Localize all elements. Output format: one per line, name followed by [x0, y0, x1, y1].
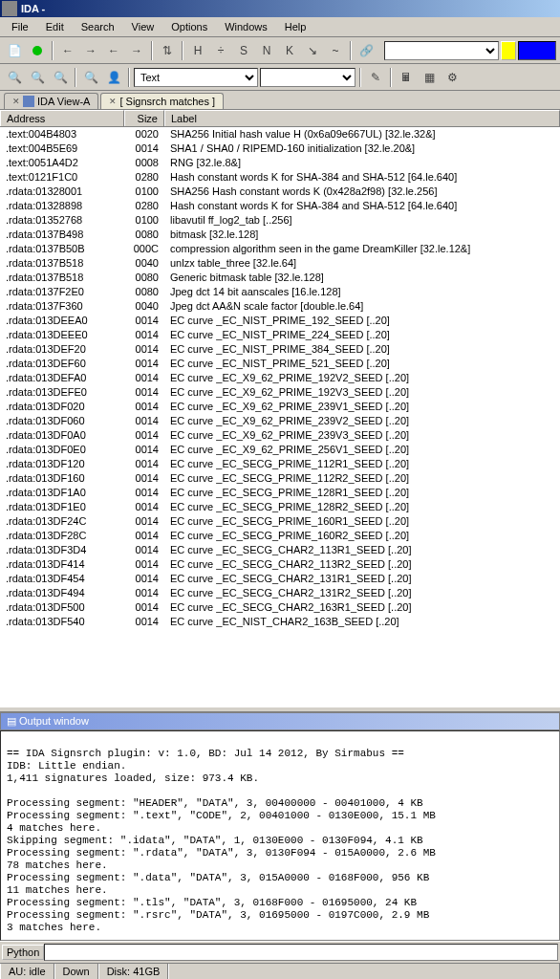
nav-fwd-button[interactable]: → [80, 40, 101, 61]
cell-size: 0100 [124, 213, 164, 228]
k-button[interactable]: K [279, 40, 300, 61]
table-row[interactable]: .rdata:0137B4980080bitmask [32.le.128] [0, 228, 560, 242]
table-row[interactable]: .rdata:013DF1200014EC curve _EC_SECG_PRI… [0, 457, 560, 471]
table-row[interactable]: .text:004B48030020SHA256 Initial hash va… [0, 127, 560, 141]
table-row[interactable]: .rdata:013DEFA00014EC curve _EC_X9_62_PR… [0, 371, 560, 385]
table-row[interactable]: .rdata:0137B5180040unlzx table_three [32… [0, 256, 560, 271]
cell-label: EC curve _EC_X9_62_PRIME_192V3_SEED [..2… [164, 385, 560, 400]
col-header-size[interactable]: Size [124, 110, 164, 126]
table-row[interactable]: .rdata:013DF0E00014EC curve _EC_X9_62_PR… [0, 443, 560, 457]
table-row[interactable]: .text:0051A4D20008RNG [32.le.8&] [0, 156, 560, 170]
tilde-button[interactable]: ~ [325, 40, 346, 61]
math-button[interactable]: ÷ [210, 40, 231, 61]
menu-edit[interactable]: Edit [38, 19, 72, 34]
status-disk: Disk: 41GB [98, 964, 169, 979]
tab-signsrch-matches[interactable]: ✕ [ Signsrch matches ] [100, 93, 224, 109]
table-row[interactable]: .rdata:0137B50B000Ccompression algorithm… [0, 242, 560, 256]
empty-combo[interactable] [260, 68, 355, 87]
table-row[interactable]: .rdata:013DF1A00014EC curve _EC_SECG_PRI… [0, 486, 560, 500]
cell-size: 0014 [124, 400, 164, 414]
table-row[interactable]: .rdata:0137F2E00080Jpeg dct 14 bit aansc… [0, 285, 560, 299]
python-label[interactable]: Python [2, 945, 44, 960]
cell-label: EC curve _EC_SECG_PRIME_128R1_SEED [..20… [164, 486, 560, 500]
table-row[interactable]: .rdata:013527680100libavutil ff_log2_tab… [0, 213, 560, 228]
close-icon[interactable]: ✕ [12, 97, 20, 106]
binoc-red-button[interactable]: 🔍 [80, 67, 101, 88]
nav-back-button[interactable]: ← [57, 40, 78, 61]
menu-help[interactable]: Help [277, 19, 314, 34]
grid-button[interactable]: ▦ [419, 67, 440, 88]
binoculars-button[interactable]: 🔍 [4, 67, 25, 88]
table-row[interactable]: .rdata:013288980280Hash constant words K… [0, 199, 560, 213]
menu-options[interactable]: Options [163, 19, 215, 34]
yellow-button[interactable] [501, 41, 516, 60]
gear-button[interactable]: ⚙ [442, 67, 463, 88]
table-row[interactable]: .rdata:013DF4940014EC curve _EC_SECG_CHA… [0, 586, 560, 600]
menu-search[interactable]: Search [74, 19, 122, 34]
nav-back2-button[interactable]: ← [103, 40, 124, 61]
table-row[interactable]: .rdata:013DF1600014EC curve _EC_SECG_PRI… [0, 471, 560, 486]
calc-button[interactable]: 🖩 [396, 67, 417, 88]
table-row[interactable]: .rdata:013DF0600014EC curve _EC_X9_62_PR… [0, 414, 560, 428]
table-row[interactable]: .rdata:013DF28C0014EC curve _EC_SECG_PRI… [0, 529, 560, 543]
text-combo[interactable]: Text [134, 68, 258, 87]
cell-label: RNG [32.le.8&] [164, 156, 560, 170]
status-down: Down [54, 964, 98, 979]
arrow-button[interactable]: ↘ [302, 40, 323, 61]
green-dot-icon [32, 46, 42, 55]
h-button[interactable]: H [187, 40, 208, 61]
toggle-button[interactable]: ⇅ [157, 40, 178, 61]
table-row[interactable]: .rdata:013DF5000014EC curve _EC_SECG_CHA… [0, 600, 560, 615]
cell-size: 0280 [124, 170, 164, 185]
table-row[interactable]: .rdata:013DEEA00014EC curve _EC_NIST_PRI… [0, 314, 560, 328]
table-row[interactable]: .rdata:013DF0A00014EC curve _EC_X9_62_PR… [0, 428, 560, 443]
table-row[interactable]: .rdata:013DF0200014EC curve _EC_X9_62_PR… [0, 400, 560, 414]
pencil-button[interactable]: ✎ [365, 67, 386, 88]
cell-address: .rdata:013DF060 [0, 414, 124, 428]
table-row[interactable]: .rdata:013DF1E00014EC curve _EC_SECG_PRI… [0, 500, 560, 514]
tab-ida-view-a[interactable]: ✕ IDA View-A [4, 93, 98, 109]
cell-label: EC curve _EC_X9_62_PRIME_239V1_SEED [..2… [164, 400, 560, 414]
table-row[interactable]: .rdata:013DF5400014EC curve _EC_NIST_CHA… [0, 615, 560, 629]
table-row[interactable]: .rdata:013DEF200014EC curve _EC_NIST_PRI… [0, 342, 560, 357]
cell-size: 0014 [124, 600, 164, 615]
menu-file[interactable]: File [4, 19, 36, 34]
table-row[interactable]: .text:0121F1C00280Hash constant words K … [0, 170, 560, 185]
run-button[interactable] [27, 40, 48, 61]
table-row[interactable]: .rdata:0137B5180080Generic bitmask table… [0, 271, 560, 285]
cell-size: 0014 [124, 529, 164, 543]
table-row[interactable]: .text:004B5E690014SHA1 / SHA0 / RIPEMD-1… [0, 141, 560, 156]
attach-button[interactable]: 🔗 [355, 40, 377, 61]
table-row[interactable]: .rdata:013DF3D40014EC curve _EC_SECG_CHA… [0, 543, 560, 557]
close-icon[interactable]: ✕ [109, 97, 117, 106]
s-button[interactable]: S [233, 40, 254, 61]
cell-size: 0020 [124, 127, 164, 141]
table-row[interactable]: .rdata:013DF24C0014EC curve _EC_SECG_PRI… [0, 514, 560, 529]
table-row[interactable]: .rdata:013DEFE00014EC curve _EC_X9_62_PR… [0, 385, 560, 400]
table-row[interactable]: .rdata:013DF4140014EC curve _EC_SECG_CHA… [0, 557, 560, 572]
person-button[interactable]: 👤 [103, 67, 124, 88]
menu-windows[interactable]: Windows [217, 19, 275, 34]
debugger-combo[interactable] [384, 41, 499, 60]
cell-address: .rdata:013DEEE0 [0, 328, 124, 342]
cell-label: EC curve _EC_SECG_PRIME_112R2_SEED [..20… [164, 471, 560, 486]
python-bar: Python [0, 941, 560, 963]
table-row[interactable]: .rdata:013280010100SHA256 Hash constant … [0, 185, 560, 199]
nav-fwd2-button[interactable]: → [126, 40, 147, 61]
results-list[interactable]: .text:004B48030020SHA256 Initial hash va… [0, 127, 560, 707]
table-row[interactable]: .rdata:013DF4540014EC curve _EC_SECG_CHA… [0, 572, 560, 586]
binoc2-button[interactable]: 🔍 [27, 67, 48, 88]
table-row[interactable]: .rdata:013DEEE00014EC curve _EC_NIST_PRI… [0, 328, 560, 342]
python-input[interactable] [44, 944, 558, 961]
n-button[interactable]: N [256, 40, 277, 61]
table-row[interactable]: .rdata:013DEF600014EC curve _EC_NIST_PRI… [0, 357, 560, 371]
binoc3-button[interactable]: 🔍 [50, 67, 71, 88]
menu-view[interactable]: View [124, 19, 162, 34]
output-window[interactable]: == IDA Signsrch plugin: v: 1.0, BD: Jul … [0, 730, 560, 941]
open-button[interactable]: 📄 [4, 40, 25, 61]
cell-address: .rdata:0137F360 [0, 299, 124, 314]
view-tabs: ✕ IDA View-A ✕ [ Signsrch matches ] [0, 91, 560, 110]
table-row[interactable]: .rdata:0137F3600040Jpeg dct AA&N scale f… [0, 299, 560, 314]
col-header-label[interactable]: Label [164, 110, 560, 126]
col-header-address[interactable]: Address [0, 110, 124, 126]
